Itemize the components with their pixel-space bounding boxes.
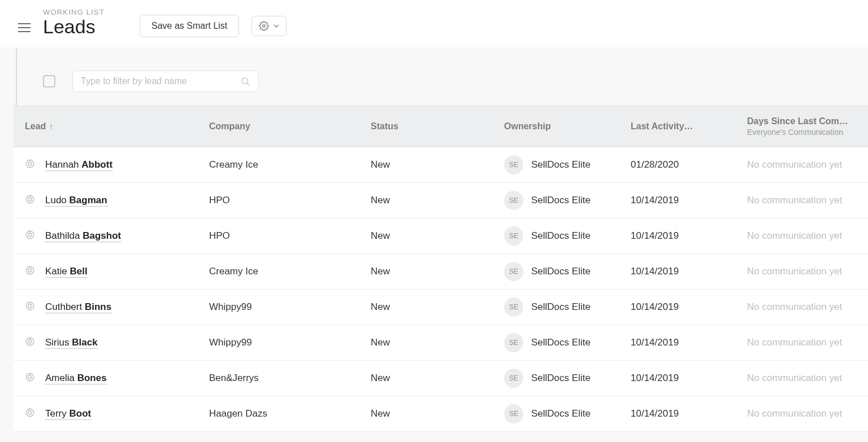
lead-last-name: Bagshot [83,230,121,241]
lead-first-name: Amelia [45,373,75,383]
owner-cell: SESellDocs Elite [493,155,619,174]
lead-last-name: Abbott [81,159,112,170]
target-icon [25,336,35,349]
lead-name-link[interactable]: Amelia Bones [45,373,107,384]
lead-name-link[interactable]: Ludo Bagman [45,195,107,207]
svg-point-25 [28,411,32,414]
days-since-cell: No communication yet [736,373,868,384]
last-activity-cell: 10/14/2019 [619,301,736,313]
lead-cell: Ludo Bagman [14,194,198,207]
column-company[interactable]: Company [198,106,359,147]
table-row: Hannah AbbottCreamy IceNewSESellDocs Eli… [14,147,868,183]
select-all-checkbox[interactable] [43,75,55,87]
lead-name-link[interactable]: Katie Bell [45,266,88,278]
last-activity-cell: 10/14/2019 [619,337,736,348]
lead-name-link[interactable]: Terry Boot [45,408,91,420]
days-since-cell: No communication yet [736,266,868,277]
table-row: Katie BellCreamy IceNewSESellDocs Elite1… [14,254,868,290]
lead-first-name: Katie [45,266,67,277]
column-last-activity[interactable]: Last Activity… [619,106,736,147]
lead-cell: Cuthbert Binns [14,301,198,314]
avatar: SE [504,191,523,210]
owner-name: SellDocs Elite [531,373,591,384]
lead-name-link[interactable]: Cuthbert Binns [45,301,111,313]
company-cell: HPO [198,195,359,206]
lead-first-name: Hannah [45,159,79,170]
company-cell: Haagen Dazs [198,408,359,419]
lead-cell: Bathilda Bagshot [14,230,198,243]
settings-dropdown-button[interactable] [251,16,287,36]
owner-name: SellDocs Elite [531,337,591,348]
days-since-cell: No communication yet [736,230,868,242]
status-cell: New [359,373,493,384]
lead-name-link[interactable]: Bathilda Bagshot [45,230,121,242]
status-cell: New [359,195,493,206]
lead-cell: Katie Bell [14,265,198,278]
owner-name: SellDocs Elite [531,301,591,313]
svg-point-0 [263,25,266,28]
column-lead[interactable]: Lead ↑ [14,106,198,147]
target-icon [25,372,35,385]
column-status[interactable]: Status [359,106,493,147]
search-input-wrapper[interactable] [72,71,259,92]
target-icon [25,159,35,172]
owner-name: SellDocs Elite [531,230,591,242]
lead-last-name: Binns [85,301,111,312]
lead-last-name: Bagman [70,195,107,205]
avatar: SE [504,155,523,174]
svg-point-16 [28,304,32,308]
lead-name-link[interactable]: Sirius Black [45,337,98,349]
owner-cell: SESellDocs Elite [493,333,619,352]
menu-icon[interactable] [18,13,31,32]
target-icon [25,230,35,243]
table-row: Terry BootHaagen DazsNewSESellDocs Elite… [14,396,868,432]
gear-icon [259,21,269,31]
company-cell: Whippy99 [198,337,359,348]
owner-cell: SESellDocs Elite [493,191,619,210]
page-subtitle: WORKING LIST [43,8,105,16]
status-cell: New [359,301,493,313]
table-row: Bathilda BagshotHPONewSESellDocs Elite10… [14,218,868,254]
table-row: Ludo BagmanHPONewSESellDocs Elite10/14/2… [14,183,868,218]
target-icon [25,194,35,207]
lead-last-name: Bell [70,266,87,277]
last-activity-cell: 10/14/2019 [619,195,736,206]
last-activity-cell: 10/14/2019 [619,230,736,242]
target-icon [25,301,35,314]
avatar: SE [504,262,523,281]
save-smart-list-button[interactable]: Save as Smart List [140,15,239,37]
page-title: Leads [43,16,105,37]
column-ownership[interactable]: Ownership [493,106,619,147]
title-block: WORKING LIST Leads [43,8,105,37]
svg-point-19 [28,340,32,343]
owner-cell: SESellDocs Elite [493,262,619,281]
lead-last-name: Boot [70,408,92,419]
lead-cell: Sirius Black [14,336,198,349]
column-days-since-sublabel: Everyone's Communication [747,128,848,137]
search-input[interactable] [81,76,240,86]
lead-first-name: Ludo [45,195,67,205]
owner-cell: SESellDocs Elite [493,369,619,388]
target-icon [25,408,35,421]
lead-name-link[interactable]: Hannah Abbott [45,159,112,171]
status-cell: New [359,230,493,242]
table-body: Hannah AbbottCreamy IceNewSESellDocs Eli… [14,147,868,432]
svg-point-13 [28,269,32,272]
owner-name: SellDocs Elite [531,195,591,206]
sort-ascending-icon: ↑ [49,122,53,131]
svg-point-22 [28,375,32,379]
svg-point-4 [28,162,32,165]
lead-cell: Hannah Abbott [14,159,198,172]
lead-cell: Amelia Bones [14,372,198,385]
lead-cell: Terry Boot [14,408,198,421]
column-days-since[interactable]: Days Since Last Com… Everyone's Communic… [736,106,868,147]
svg-line-2 [247,84,249,85]
days-since-cell: No communication yet [736,337,868,348]
svg-point-1 [242,78,248,84]
owner-name: SellDocs Elite [531,266,591,277]
last-activity-cell: 10/14/2019 [619,266,736,277]
company-cell: Whippy99 [198,301,359,313]
company-cell: Creamy Ice [198,159,359,170]
avatar: SE [504,333,523,352]
avatar: SE [504,404,523,423]
